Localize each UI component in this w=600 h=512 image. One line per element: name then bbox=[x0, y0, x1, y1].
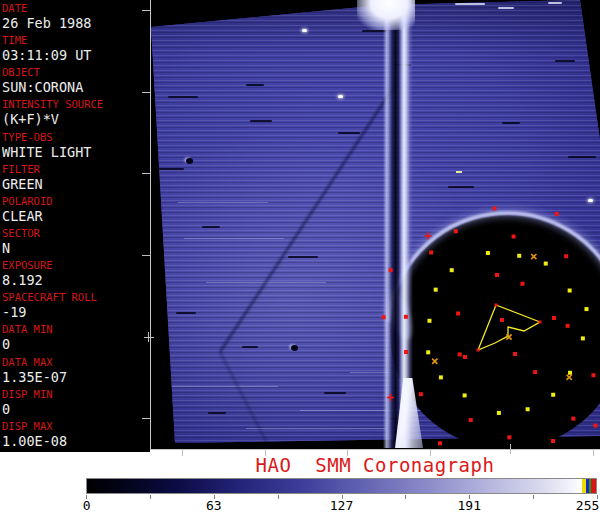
fiducial-dot bbox=[454, 229, 458, 233]
colorbar-tick-label: 255 bbox=[576, 499, 599, 512]
fiducial-dot bbox=[497, 411, 501, 415]
metadata-field: INTENSITY SOURCE(K+F)*V bbox=[2, 98, 150, 130]
fiducial-dot bbox=[568, 371, 572, 375]
metadata-field: DISP MIN0 bbox=[2, 388, 150, 420]
fiducial-dot bbox=[493, 206, 497, 210]
metadata-panel: DATE26 Feb 1988TIME03:11:09 UTOBJECTSUN:… bbox=[0, 0, 150, 452]
fiducial-dot bbox=[555, 212, 559, 216]
field-value: -19 bbox=[2, 304, 150, 320]
field-value: (K+F)*V bbox=[2, 111, 150, 127]
metadata-field: SECTORN bbox=[2, 227, 150, 259]
fiducial-dot bbox=[495, 304, 498, 307]
colorbar-gradient bbox=[86, 478, 597, 494]
fiducial-dot bbox=[551, 393, 555, 397]
field-label: POLAROID bbox=[2, 195, 150, 208]
fiducial-dot bbox=[404, 350, 408, 354]
fiducial-dot bbox=[427, 319, 431, 323]
fiducial-dot bbox=[419, 392, 423, 396]
field-label: DISP MIN bbox=[2, 388, 150, 401]
fiducial-dot bbox=[551, 439, 555, 443]
coronagraph-image bbox=[150, 0, 600, 449]
fiducial-dot bbox=[450, 268, 454, 272]
fiducial-dot bbox=[434, 288, 438, 292]
fiducial-dot bbox=[438, 441, 442, 445]
fiducial-dot bbox=[566, 324, 570, 328]
field-value: WHITE LIGHT bbox=[2, 144, 150, 160]
field-label: INTENSITY SOURCE bbox=[2, 98, 150, 111]
fiducial-dot bbox=[571, 417, 575, 421]
fiducial-dot bbox=[584, 307, 588, 311]
colorbar-tick-label: 191 bbox=[458, 499, 481, 512]
axis-tick bbox=[142, 255, 150, 256]
fiducial-dot bbox=[404, 315, 408, 319]
colorbar: 063127191255 bbox=[86, 478, 597, 512]
field-value: N bbox=[2, 240, 150, 256]
fiducial-dot bbox=[439, 375, 443, 379]
field-label: TIME bbox=[2, 34, 150, 47]
fiducial-dot bbox=[469, 418, 473, 422]
fiducial-dot bbox=[591, 373, 595, 377]
axis-tick bbox=[142, 92, 150, 93]
pointer-polygon bbox=[478, 305, 540, 350]
fiducial-dot bbox=[389, 268, 393, 272]
fiducial-dot bbox=[463, 355, 467, 359]
field-value: 1.35E-07 bbox=[2, 369, 150, 385]
fiducial-dot bbox=[512, 235, 516, 239]
fiducial-dot bbox=[552, 316, 556, 320]
fiducial-dot bbox=[544, 262, 548, 266]
fiducial-dot bbox=[568, 289, 572, 293]
fiducial-dot bbox=[477, 349, 480, 352]
colorbar-tick bbox=[533, 495, 534, 499]
axis-plus-mark bbox=[144, 337, 154, 338]
fiducial-dot bbox=[513, 352, 517, 356]
metadata-field: TYPE-OBSWHITE LIGHT bbox=[2, 131, 150, 163]
field-value: CLEAR bbox=[2, 208, 150, 224]
field-value: 1.00E-08 bbox=[2, 433, 150, 449]
field-value: GREEN bbox=[2, 176, 150, 192]
field-label: EXPOSURE bbox=[2, 259, 150, 272]
axis-tick bbox=[142, 418, 150, 419]
axis-plus-mark bbox=[148, 332, 149, 342]
colorbar-tick bbox=[278, 495, 279, 499]
fiducial-dot bbox=[533, 370, 537, 374]
fiducial-dot bbox=[526, 407, 530, 411]
field-label: DATA MIN bbox=[2, 323, 150, 336]
metadata-field: TIME03:11:09 UT bbox=[2, 34, 150, 66]
field-value: 0 bbox=[2, 336, 150, 352]
frame-bottom-axis bbox=[150, 449, 600, 450]
metadata-field: FILTERGREEN bbox=[2, 163, 150, 195]
smm-coronagraph-viewer: { "panel": { "items": [ {"label":"DATE",… bbox=[0, 0, 600, 512]
field-label: FILTER bbox=[2, 163, 150, 176]
fiducial-dot bbox=[539, 321, 542, 324]
colorbar-tick bbox=[405, 495, 406, 499]
field-value: SUN:CORONA bbox=[2, 79, 150, 95]
fiducial-dot bbox=[581, 336, 585, 340]
fiducial-markers-layer bbox=[150, 0, 600, 449]
field-label: TYPE-OBS bbox=[2, 131, 150, 144]
fiducial-dot bbox=[507, 435, 511, 439]
fiducial-dot bbox=[593, 424, 597, 428]
fiducial-dot bbox=[520, 282, 524, 286]
axis-plus-mark bbox=[510, 444, 511, 454]
field-value: 0 bbox=[2, 401, 150, 417]
metadata-field: DATA MIN0 bbox=[2, 323, 150, 355]
field-label: OBJECT bbox=[2, 66, 150, 79]
metadata-field: DATA MAX1.35E-07 bbox=[2, 356, 150, 388]
metadata-field: DATE26 Feb 1988 bbox=[2, 2, 150, 34]
fiducial-dot bbox=[456, 312, 460, 316]
frame-left-axis bbox=[150, 0, 151, 450]
axis-tick bbox=[142, 10, 150, 11]
fiducial-dot bbox=[486, 251, 490, 255]
axis-tick bbox=[142, 173, 150, 174]
fiducial-dot bbox=[564, 254, 568, 258]
metadata-field: SPACECRAFT ROLL-19 bbox=[2, 291, 150, 323]
metadata-field: DISP MAX1.00E-08 bbox=[2, 420, 150, 452]
colorbar-tick-label: 127 bbox=[330, 499, 353, 512]
field-value: 26 Feb 1988 bbox=[2, 15, 150, 31]
fiducial-dot bbox=[382, 315, 386, 319]
fiducial-dot bbox=[495, 273, 499, 277]
fiducial-dot bbox=[426, 350, 430, 354]
instrument-title: HAO SMM Coronagraph bbox=[150, 455, 600, 475]
field-label: SECTOR bbox=[2, 227, 150, 240]
fiducial-dot bbox=[429, 250, 433, 254]
